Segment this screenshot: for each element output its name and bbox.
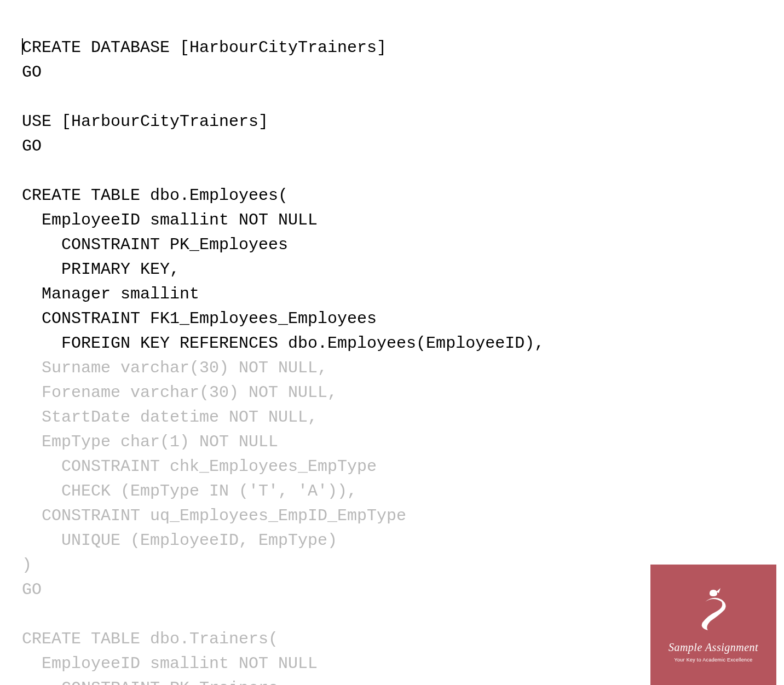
code-line: CREATE TABLE dbo.Employees( [22,186,288,205]
watermark-brand: Sample Assignment [668,639,758,655]
code-line-faded: EmpType char(1) NOT NULL [22,433,278,451]
code-line-faded: StartDate datetime NOT NULL, [22,408,318,427]
watermark-tagline: Your Key to Academic Excellence [674,657,752,664]
code-line: GO [22,137,42,156]
code-line-faded: Forename varchar(30) NOT NULL, [22,383,337,402]
code-line: Manager smallint [22,285,199,303]
code-line-faded: CONSTRAINT PK_Trainers [22,679,278,685]
code-line: CONSTRAINT FK1_Employees_Employees [22,309,377,328]
code-line-faded: CREATE TABLE dbo.Trainers( [22,630,278,648]
code-line-faded: CHECK (EmpType IN ('T', 'A')), [22,482,357,500]
code-line-faded: CONSTRAINT chk_Employees_EmpType [22,457,377,476]
watermark-logo-icon [694,585,733,635]
watermark-badge: Sample Assignment Your Key to Academic E… [650,565,776,685]
code-line: GO [22,63,42,82]
code-line-faded: GO [22,580,42,599]
code-line-faded: Surname varchar(30) NOT NULL, [22,359,327,377]
code-line: CREATE DATABASE [HarbourCityTrainers] [22,38,387,57]
code-line: USE [HarbourCityTrainers] [22,112,268,131]
code-line: FOREIGN KEY REFERENCES dbo.Employees(Emp… [22,334,544,353]
code-line: EmployeeID smallint NOT NULL [22,211,318,229]
code-line: CONSTRAINT PK_Employees [22,235,288,254]
code-line-faded: ) [22,556,32,574]
code-line: PRIMARY KEY, [22,260,180,279]
code-line-faded: UNIQUE (EmployeeID, EmpType) [22,531,337,550]
code-line-faded: CONSTRAINT uq_Employees_EmpID_EmpType [22,506,406,525]
code-line-faded: EmployeeID smallint NOT NULL [22,654,318,673]
